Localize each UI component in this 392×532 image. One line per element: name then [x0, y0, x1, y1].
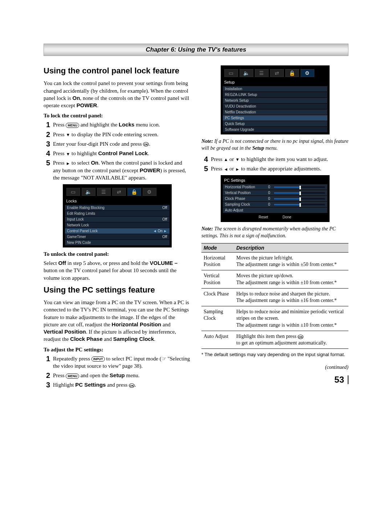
subhead-unlock: To unlock the control panel: [44, 251, 191, 257]
tab-picture-icon: ▭ [66, 188, 80, 196]
menu-row: Auto Adjust [223, 207, 327, 213]
menu-row: Quick Setup [223, 121, 327, 126]
table-row: Clock PhaseHelps to reduce noise and sha… [201, 288, 348, 306]
input-button-icon: INPUT [91, 356, 105, 362]
tab-pref-icon: ⇄ [112, 188, 126, 196]
tab-row: ▭ 🔈 ☰ ⇄ 🔒 ⚙ [223, 68, 327, 79]
steps-lock: 1 Press MENU and highlight the Locks men… [44, 121, 191, 181]
menu-row: Enable Rating BlockingOff [65, 205, 170, 210]
col-desc: Description [234, 243, 348, 253]
menu-row: Netflix Deactivation [223, 109, 327, 115]
right-column: ▭ 🔈 ☰ ⇄ 🔒 ⚙ Setup InstallationREGZA-LINK… [201, 63, 348, 391]
left-arrow-icon: ◄ [224, 166, 228, 172]
button-row: Reset Done [223, 213, 327, 220]
tab-row: ▭ 🔈 ☰ ⇄ 🔒 ⚙ [65, 186, 170, 198]
left-column: Using the control panel lock feature You… [44, 63, 191, 391]
tab-sound-icon: 🔈 [82, 188, 95, 196]
footnote: * The default settings may vary dependin… [201, 352, 348, 358]
ok-button-icon: OK [143, 142, 149, 146]
page-number: 53 [201, 375, 348, 384]
table-row: Horizontal PositionMoves the picture lef… [201, 253, 348, 270]
step-a2: 2 Press MENU and open the Setup menu. [44, 372, 191, 379]
note-pc-connected: Note: If a PC is not connected or there … [201, 138, 348, 152]
down-arrow-icon: ▼ [235, 157, 240, 162]
locks-menu-screenshot: ▭ 🔈 ☰ ⇄ 🔒 ⚙ Locks Enable Rating Blocking… [63, 184, 172, 247]
menu-row: New PIN Code [65, 239, 170, 245]
right-arrow-icon: ► [235, 166, 240, 172]
slider-row: Sampling Clock0 [223, 201, 327, 207]
continued-label: (continued) [201, 364, 348, 370]
menu-row: Installation [223, 86, 327, 92]
pc-settings-screenshot: PC Settings Horizontal Position0Vertical… [221, 175, 330, 222]
tab-sound-icon: 🔈 [240, 69, 253, 77]
heading-pc-settings: Using the PC settings feature [44, 285, 191, 294]
pc-intro-paragraph: You can view an image from a PC on the T… [44, 299, 191, 343]
right-arrow-icon: ► [66, 161, 70, 166]
chapter-header: Chapter 6: Using the TV's features [44, 44, 348, 56]
up-arrow-icon: ▲ [224, 157, 228, 162]
step-5: 5 Press ► to select On. When the control… [44, 159, 191, 181]
heading-control-panel-lock: Using the control panel lock feature [44, 66, 191, 75]
tab-setup-icon: ☰ [255, 69, 269, 77]
menu-row: GameTimerOff [65, 234, 170, 239]
mode-description-table: Mode Description Horizontal PositionMove… [201, 243, 348, 349]
ok-button-icon: OK [129, 383, 135, 388]
tab-lock-icon: 🔒 [285, 69, 299, 77]
menu-row: VUDU Deactivation [223, 103, 327, 109]
step-a5: 5 Press ◄ or ► to make the appropriate a… [201, 165, 348, 172]
tab-lock-icon: 🔒 [127, 188, 141, 196]
step-4: 4 Press ▼ to highlight Control Panel Loc… [44, 150, 191, 157]
ok-button-icon: OK [298, 335, 303, 339]
reset-button: Reset [258, 215, 268, 219]
unlock-paragraph: Select Off in step 5 above, or press and… [44, 259, 191, 282]
table-row: Sampling ClockHelps to reduce noise and … [201, 306, 348, 331]
done-button: Done [283, 215, 291, 219]
step-2: 2 Press ▼ to display the PIN code enteri… [44, 131, 191, 138]
slider-row: Horizontal Position0 [223, 184, 327, 190]
step-a3: 3 Highlight PC Settings and press OK. [44, 381, 191, 388]
note-disrupt: Note: The screen is disrupted momentaril… [201, 226, 348, 239]
menu-button-icon: MENU [66, 123, 79, 128]
tab-gear-icon: ⚙ [301, 69, 314, 77]
menu-row: Network Setup [223, 97, 327, 103]
tab-setup-icon: ☰ [97, 188, 111, 196]
slider-row: Clock Phase0 [223, 196, 327, 201]
step-a1: 1 Repeatedly press INPUT to select PC in… [44, 355, 191, 370]
step-3: 3 Enter your four-digit PIN code and pre… [44, 140, 191, 148]
menu-row: Edit Rating Limits [65, 210, 170, 216]
setup-menu-screenshot: ▭ 🔈 ☰ ⇄ 🔒 ⚙ Setup InstallationREGZA-LINK… [221, 65, 330, 134]
down-arrow-icon: ▼ [66, 132, 70, 138]
menu-title: PC Settings [223, 177, 327, 184]
intro-paragraph: You can lock the control panel to preven… [44, 80, 191, 109]
col-mode: Mode [201, 243, 234, 253]
tab-gear-icon: ⚙ [143, 188, 156, 196]
slider-row: Vertical Position0 [223, 190, 327, 196]
tab-pref-icon: ⇄ [270, 69, 284, 77]
tab-picture-icon: ▭ [224, 69, 238, 77]
menu-title: Setup [223, 79, 327, 86]
menu-row: REGZA-LINK Setup [223, 92, 327, 97]
steps-adjust: 1 Repeatedly press INPUT to select PC in… [44, 355, 191, 389]
step-a4: 4 Press ▲ or ▼ to highlight the item you… [201, 156, 348, 163]
subhead-adjust: To adjust the PC settings: [44, 347, 191, 353]
down-arrow-icon: ▼ [66, 151, 70, 157]
menu-row: Network Lock [65, 222, 170, 228]
menu-row: Input LockOff [65, 216, 170, 222]
table-row: Vertical PositionMoves the picture up/do… [201, 270, 348, 288]
subhead-lock: To lock the control panel: [44, 113, 191, 119]
menu-button-icon: MENU [66, 374, 79, 379]
menu-row: Control Panel Lock◄ On ► [65, 228, 170, 234]
step-1: 1 Press MENU and highlight the Locks men… [44, 121, 191, 128]
menu-row: PC Settings [223, 115, 327, 121]
menu-title: Locks [65, 198, 170, 205]
steps-adjust-cont: 4 Press ▲ or ▼ to highlight the item you… [201, 156, 348, 173]
menu-row: Software Upgrade [223, 126, 327, 132]
table-row-auto: Auto Adjust Highlight this item then pre… [201, 331, 348, 348]
